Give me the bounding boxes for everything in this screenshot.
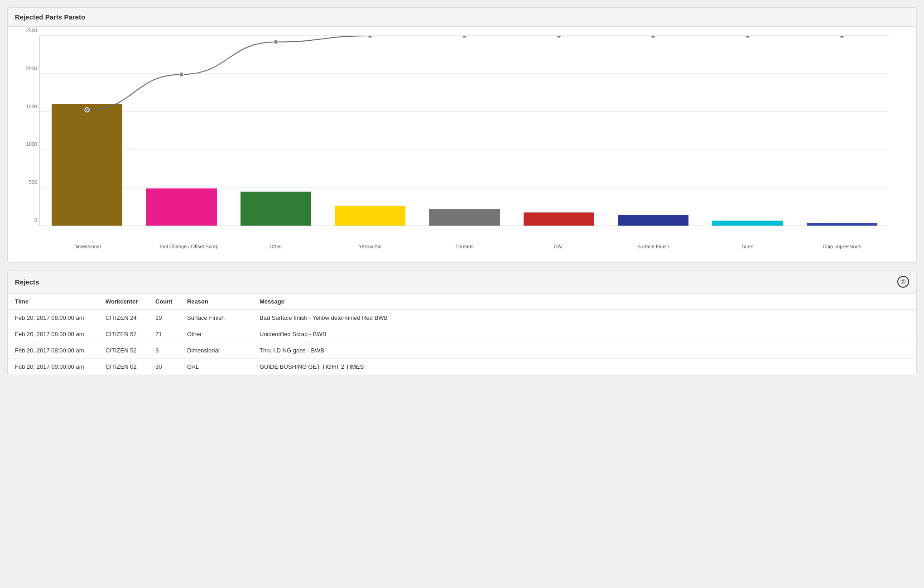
rejects-header: Rejects ② bbox=[8, 270, 916, 294]
bar-oal[interactable]: OAL bbox=[524, 212, 594, 226]
bar-label: Surface Finish bbox=[630, 244, 676, 249]
download-button[interactable]: ② bbox=[897, 276, 909, 288]
cell-count: 71 bbox=[148, 326, 180, 342]
bar-group: Yellow Bin bbox=[323, 36, 417, 226]
y-tick-label: 1500 bbox=[18, 104, 37, 109]
bar-surface-finish[interactable]: Surface Finish bbox=[618, 215, 688, 226]
table-row: Feb 20, 2017 08:00:00 amCITIZEN 523Dimen… bbox=[8, 342, 916, 359]
bar-label: Other bbox=[253, 244, 298, 249]
cell-reason: Other bbox=[180, 326, 252, 342]
bar-group: Burrs bbox=[700, 36, 794, 226]
cell-message: Bad Surface finish - Yellow determined R… bbox=[252, 310, 916, 326]
bar-label: Burrs bbox=[725, 244, 770, 249]
cell-message: Unidentified Scrap - BWB bbox=[252, 326, 916, 342]
bar-chip-impressions[interactable]: Chip Impressions bbox=[807, 223, 877, 226]
chart-area: 25002000150010005000 DimensionalTool Cha… bbox=[39, 36, 889, 226]
bar-group: OAL bbox=[512, 36, 606, 226]
cell-time: Feb 20, 2017 09:00:00 am bbox=[8, 359, 98, 375]
bar-group: Tool Change / Offset Scrap bbox=[134, 36, 228, 226]
bar-group: Chip Impressions bbox=[795, 36, 889, 226]
cell-reason: Dimensional bbox=[180, 342, 252, 359]
pareto-chart-card: Rejected Parts Pareto Rejected Parts 250… bbox=[7, 7, 917, 263]
cell-count: 3 bbox=[148, 342, 180, 359]
bar-label: Yellow Bin bbox=[347, 244, 393, 249]
table-row: Feb 20, 2017 08:00:00 amCITIZEN 5271Othe… bbox=[8, 326, 916, 342]
col-header-reason: Reason bbox=[180, 294, 252, 310]
y-tick-label: 1000 bbox=[18, 141, 37, 147]
col-header-time: Time bbox=[8, 294, 98, 310]
bar-group: Other bbox=[229, 36, 323, 226]
rejects-table: Time Workcenter Count Reason Message Feb… bbox=[8, 294, 916, 375]
cell-message: Thru I.D NG goes - BWB bbox=[252, 342, 916, 359]
y-tick-label: 500 bbox=[18, 179, 37, 185]
bars-row: DimensionalTool Change / Offset ScrapOth… bbox=[40, 36, 889, 226]
cell-time: Feb 20, 2017 08:00:00 am bbox=[8, 342, 98, 359]
bar-threads[interactable]: Threads bbox=[429, 209, 500, 226]
bar-group: Surface Finish bbox=[606, 36, 700, 226]
bar-dimensional[interactable]: Dimensional bbox=[52, 104, 122, 226]
bar-yellow-bin[interactable]: Yellow Bin bbox=[335, 206, 405, 226]
cell-reason: OAL bbox=[180, 359, 252, 375]
bar-label: Chip Impressions bbox=[819, 244, 865, 249]
bar-burrs[interactable]: Burrs bbox=[712, 221, 783, 226]
cell-workcenter: CITIZEN 52 bbox=[98, 326, 148, 342]
y-tick-label: 2500 bbox=[18, 28, 37, 33]
chart-title: Rejected Parts Pareto bbox=[8, 8, 916, 27]
col-header-count: Count bbox=[148, 294, 180, 310]
bar-label: Tool Change / Offset Scrap bbox=[159, 244, 204, 249]
chart-container: Rejected Parts 25002000150010005000 Dime… bbox=[8, 27, 916, 262]
bar-label: Threads bbox=[442, 244, 487, 249]
cell-reason: Surface Finish bbox=[180, 310, 252, 326]
rejects-title: Rejects bbox=[15, 278, 39, 286]
y-tick-label: 0 bbox=[18, 217, 37, 223]
rejects-card: Rejects ② Time Workcenter Count Reason M… bbox=[7, 270, 917, 375]
y-tick-label: 2000 bbox=[18, 66, 37, 71]
cell-workcenter: CITIZEN 02 bbox=[98, 359, 148, 375]
bar-label: OAL bbox=[536, 244, 582, 249]
cell-time: Feb 20, 2017 08:00:00 am bbox=[8, 310, 98, 326]
bar-group: Threads bbox=[417, 36, 511, 226]
cell-message: GUIDE BUSHING GET TIGHT 2 TIMES bbox=[252, 359, 916, 375]
table-row: Feb 20, 2017 09:00:00 amCITIZEN 0230OALG… bbox=[8, 359, 916, 375]
bar-tool-change-/-offset-scrap[interactable]: Tool Change / Offset Scrap bbox=[146, 188, 217, 226]
cell-count: 30 bbox=[148, 359, 180, 375]
bar-group: Dimensional bbox=[40, 36, 134, 226]
cell-time: Feb 20, 2017 08:00:00 am bbox=[8, 326, 98, 342]
bar-label: Dimensional bbox=[64, 244, 110, 249]
cell-workcenter: CITIZEN 52 bbox=[98, 342, 148, 359]
col-header-workcenter: Workcenter bbox=[98, 294, 148, 310]
table-row: Feb 20, 2017 08:00:00 amCITIZEN 2419Surf… bbox=[8, 310, 916, 326]
cell-workcenter: CITIZEN 24 bbox=[98, 310, 148, 326]
bar-other[interactable]: Other bbox=[241, 192, 311, 226]
cell-count: 19 bbox=[148, 310, 180, 326]
col-header-message: Message bbox=[252, 294, 916, 310]
